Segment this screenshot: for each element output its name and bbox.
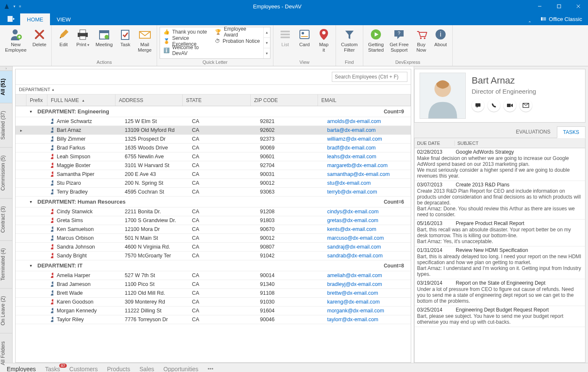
table-row[interactable]: Marcus Orbison501 N Main StCA90012marcus… — [16, 234, 411, 243]
table-row[interactable]: Brad Jameson1100 Pico StCA91340bradleyj@… — [16, 280, 411, 289]
buy-now-button[interactable]: BuyNow — [412, 27, 430, 54]
minimize-button[interactable] — [530, 0, 549, 13]
qat-dropdown-icon[interactable]: ▾ — [13, 4, 16, 8]
view-card-button[interactable]: Card — [295, 27, 314, 48]
task-item[interactable]: 05/16/2013Prepare Product Recall ReportB… — [415, 220, 585, 246]
sidebar-item[interactable]: Terminated (4) — [0, 241, 12, 288]
person-icon — [50, 180, 53, 186]
nav-item[interactable]: Products — [107, 366, 130, 372]
mail-merge-button[interactable]: MailMerge — [135, 27, 154, 54]
group-by-chip[interactable]: DEPARTMENT — [19, 87, 54, 92]
person-icon — [50, 281, 53, 287]
file-menu-button[interactable] — [3, 13, 20, 25]
sidebar-item[interactable]: Contract (3) — [0, 199, 12, 241]
table-row[interactable]: Stu Pizaro200 N. Spring StCA90012stu@dx-… — [16, 179, 411, 188]
table-row[interactable]: Billy Zimmer1325 Prospect DrCA92373willi… — [16, 135, 411, 144]
col-address[interactable]: ADDRESS — [116, 94, 183, 106]
get-free-support-button[interactable]: ? Get FreeSupport — [387, 27, 411, 54]
group-row[interactable]: ▾DEPARTMENT: ITCount=8 — [16, 260, 411, 271]
task-button[interactable]: Task — [116, 27, 134, 48]
table-row[interactable]: Sandy Bright7570 McGroarty TerCA91042san… — [16, 251, 411, 260]
nav-item[interactable]: Customers — [69, 366, 98, 372]
table-row[interactable]: Amelia Harper527 W 7th StCA90014ameliah@… — [16, 271, 411, 280]
task-item[interactable]: 02/28/2013Google AdWords StrategyMake fi… — [415, 148, 585, 181]
getting-started-button[interactable]: GettingStarted — [366, 27, 386, 54]
table-row[interactable]: Karen Goodson309 Monterey RdCA91030karen… — [16, 298, 411, 307]
support-chat-icon: ? — [392, 28, 406, 41]
call-button[interactable] — [488, 99, 500, 112]
message-button[interactable] — [472, 99, 484, 112]
ql-employee-award[interactable]: 🏆Employee Award — [212, 27, 263, 37]
table-row[interactable]: Ken Samuelson12100 Mora DrCA90670kents@d… — [16, 225, 411, 234]
svg-point-14 — [105, 35, 109, 39]
table-row[interactable]: Brett Wade1120 Old Mill Rd.CA91108brettw… — [16, 289, 411, 298]
nav-overflow[interactable]: ••• — [207, 366, 213, 372]
col-zip[interactable]: ZIP CODE — [251, 94, 318, 106]
task-item[interactable]: 03/07/2013Create 2013 R&D PlansCreate 20… — [415, 181, 585, 220]
meeting-button[interactable]: Meeting — [93, 27, 115, 48]
col-prefix[interactable]: Prefix — [26, 94, 47, 106]
tab-view[interactable]: VIEW — [50, 13, 77, 25]
nav-item[interactable]: Employees — [7, 366, 36, 372]
ql-welcome[interactable]: ℹ️Welcome to DevAV — [160, 46, 212, 55]
col-full-name[interactable]: FULL NAME — [47, 94, 116, 106]
view-map-button[interactable]: Mapit — [315, 27, 333, 54]
nav-item[interactable]: Tasks87 — [45, 366, 60, 372]
task-item[interactable]: 03/25/2014Engineering Dept Budget Reques… — [415, 306, 585, 327]
table-row[interactable]: Samantha Piper200 E Ave 43CA90031samanth… — [16, 170, 411, 179]
theme-selector[interactable]: Office Classic — [535, 13, 588, 25]
table-row[interactable]: Cindy Stanwick2211 Bonita Dr.CA91208cind… — [16, 207, 411, 216]
custom-filter-button[interactable]: CustomFilter — [339, 27, 360, 54]
qat-overflow-icon[interactable]: ≡ — [19, 4, 21, 8]
ribbon-collapse-icon[interactable]: ⌃ — [525, 21, 535, 25]
table-row[interactable]: ▸Bart Arnaz13109 Old Myford RdCA92602bar… — [16, 126, 411, 135]
close-button[interactable] — [569, 0, 588, 13]
sidebar-item[interactable]: On Leave (2) — [0, 288, 12, 333]
maximize-button[interactable] — [549, 0, 569, 13]
group-row[interactable]: ▾DEPARTMENT: Human ResourcesCount=6 — [16, 196, 411, 207]
sidebar-item[interactable]: All (51) — [0, 71, 12, 103]
task-item[interactable]: 03/19/2014Report on the State of Enginee… — [415, 279, 585, 306]
task-col-subject[interactable]: SUBJECT — [455, 141, 585, 146]
calendar-icon — [97, 28, 111, 41]
view-list-button[interactable]: List — [276, 27, 294, 48]
group-row[interactable]: ▾DEPARTMENT: EngineeringCount=9 — [16, 106, 411, 117]
table-row[interactable]: Sandra Johnson4600 N Virginia Rd.CA90807… — [16, 243, 411, 251]
tasks-badge: 87 — [59, 364, 67, 368]
table-row[interactable]: Taylor Riley7776 Torreyson DrCA90046tayl… — [16, 315, 411, 324]
email-button[interactable] — [520, 99, 532, 112]
tab-evaluations[interactable]: EVALUATIONS — [509, 126, 556, 138]
delete-button[interactable]: Delete — [30, 27, 49, 48]
tab-home[interactable]: HOME — [20, 13, 50, 25]
table-row[interactable]: Brad Farkus1635 Woods DriveCA90069bradf@… — [16, 144, 411, 152]
task-item[interactable]: 01/31/2014Review New HDMI SpecificationB… — [415, 246, 585, 279]
search-input[interactable] — [332, 72, 407, 82]
edit-button[interactable]: Edit — [54, 27, 73, 48]
tab-tasks[interactable]: TASKS — [557, 126, 585, 138]
sidebar-item[interactable]: Salaried (37) — [0, 103, 12, 148]
nav-item[interactable]: Sales — [139, 366, 154, 372]
new-employee-button[interactable]: NewEmployee — [3, 27, 29, 54]
table-row[interactable]: Morgan Kennedy11222 Dilling StCA91604mor… — [16, 307, 411, 315]
ql-scroll-buttons[interactable]: ▴▾▾ — [263, 27, 270, 58]
sidebar-expand-button[interactable]: › — [0, 66, 12, 71]
table-row[interactable]: Arnie Schwartz125 W Elm StCA92821arnolds… — [16, 117, 411, 126]
svg-point-21 — [302, 32, 304, 34]
table-row[interactable]: Greta Sims1700 S Grandview Dr.CA91803gre… — [16, 216, 411, 225]
person-icon — [50, 299, 53, 304]
about-button[interactable]: i About — [431, 27, 450, 48]
col-state[interactable]: STATE — [183, 94, 251, 106]
person-icon — [50, 290, 53, 296]
svg-rect-20 — [300, 30, 309, 39]
print-button[interactable]: Print — [74, 27, 92, 49]
video-button[interactable] — [504, 99, 516, 112]
nav-item[interactable]: Opportunities — [163, 366, 198, 372]
col-email[interactable]: EMAIL — [318, 94, 411, 106]
table-row[interactable]: Leah Simpson6755 Newlin AveCA90601leahs@… — [16, 152, 411, 161]
quick-letter-gallery[interactable]: 👍Thank you note 🏅Service Excellence ℹ️We… — [160, 27, 270, 59]
task-col-due-date[interactable]: DUE DATE — [415, 141, 455, 146]
table-row[interactable]: Maggie Boxter3101 W Harvard StCA92704mar… — [16, 161, 411, 170]
ql-probation[interactable]: ⏱Probation Notice — [212, 37, 263, 46]
table-row[interactable]: Terry Bradley4595 Cochran StCA93063terry… — [16, 188, 411, 196]
sidebar-item[interactable]: Commission (5) — [0, 148, 12, 199]
